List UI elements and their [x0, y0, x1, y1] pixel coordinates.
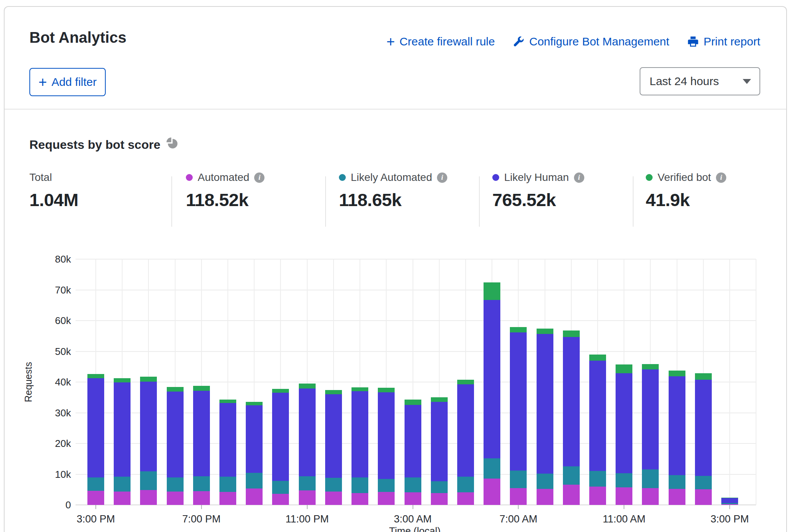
- bar-segment[interactable]: [669, 475, 685, 489]
- bar-segment[interactable]: [589, 361, 606, 471]
- bar-segment[interactable]: [563, 466, 580, 485]
- bar-segment[interactable]: [721, 498, 738, 503]
- bar-segment[interactable]: [140, 382, 157, 471]
- bar-segment[interactable]: [167, 392, 184, 477]
- bar-segment[interactable]: [167, 477, 184, 492]
- bar-segment[interactable]: [193, 491, 210, 505]
- bar-segment[interactable]: [246, 488, 263, 505]
- bar-segment[interactable]: [272, 389, 289, 393]
- bar-segment[interactable]: [721, 503, 738, 504]
- bar-segment[interactable]: [114, 477, 131, 492]
- bar-segment[interactable]: [378, 479, 395, 492]
- info-icon[interactable]: i: [716, 172, 726, 183]
- bar-segment[interactable]: [510, 332, 527, 471]
- bar-segment[interactable]: [537, 329, 553, 334]
- bar-segment[interactable]: [642, 488, 659, 505]
- bar-segment[interactable]: [616, 473, 632, 487]
- time-range-dropdown[interactable]: Last 24 hours: [640, 67, 760, 95]
- bar-segment[interactable]: [589, 355, 606, 361]
- bar-segment[interactable]: [325, 478, 342, 491]
- bar-segment[interactable]: [616, 487, 632, 505]
- bar-segment[interactable]: [484, 300, 500, 458]
- bar-segment[interactable]: [299, 389, 316, 476]
- bar-segment[interactable]: [484, 458, 500, 478]
- bar-segment[interactable]: [351, 477, 368, 493]
- bar-segment[interactable]: [642, 369, 659, 469]
- bar-segment[interactable]: [589, 471, 606, 486]
- bar-segment[interactable]: [325, 390, 342, 394]
- bar-segment[interactable]: [669, 489, 685, 505]
- bar-segment[interactable]: [721, 504, 738, 505]
- bar-segment[interactable]: [351, 493, 368, 505]
- bar-segment[interactable]: [510, 488, 527, 505]
- bar-segment[interactable]: [325, 394, 342, 478]
- bar-segment[interactable]: [193, 386, 210, 390]
- bar-segment[interactable]: [563, 330, 580, 337]
- bar-segment[interactable]: [405, 477, 421, 492]
- bar-segment[interactable]: [642, 469, 659, 488]
- bar-segment[interactable]: [87, 491, 104, 505]
- stacked-bar-chart[interactable]: 010k20k30k40k50k60k70k80k3:00 PM7:00 PM1…: [77, 259, 756, 505]
- bar-segment[interactable]: [193, 476, 210, 491]
- bar-segment[interactable]: [537, 474, 553, 489]
- bar-segment[interactable]: [87, 477, 104, 491]
- print-report-link[interactable]: Print report: [687, 35, 760, 48]
- bar-segment[interactable]: [431, 481, 448, 493]
- bar-segment[interactable]: [219, 477, 236, 492]
- bar-segment[interactable]: [219, 400, 236, 403]
- bar-segment[interactable]: [405, 492, 421, 505]
- bar-segment[interactable]: [616, 373, 632, 473]
- bar-segment[interactable]: [457, 477, 474, 492]
- bar-segment[interactable]: [563, 337, 580, 466]
- bar-segment[interactable]: [167, 492, 184, 505]
- bar-segment[interactable]: [299, 490, 316, 505]
- bar-segment[interactable]: [510, 471, 527, 488]
- info-icon[interactable]: i: [574, 172, 584, 183]
- bar-segment[interactable]: [431, 402, 448, 481]
- bar-segment[interactable]: [616, 364, 632, 373]
- bar-segment[interactable]: [537, 489, 553, 505]
- bar-segment[interactable]: [219, 403, 236, 477]
- bar-segment[interactable]: [537, 334, 553, 473]
- bar-segment[interactable]: [87, 374, 104, 378]
- bar-segment[interactable]: [431, 493, 448, 505]
- bar-segment[interactable]: [457, 492, 474, 505]
- bar-segment[interactable]: [510, 327, 527, 332]
- bar-segment[interactable]: [140, 377, 157, 382]
- bar-segment[interactable]: [114, 378, 131, 382]
- bar-segment[interactable]: [695, 489, 712, 505]
- bar-segment[interactable]: [351, 387, 368, 391]
- bar-segment[interactable]: [272, 481, 289, 494]
- info-icon[interactable]: i: [437, 172, 447, 183]
- bar-segment[interactable]: [272, 393, 289, 481]
- bar-segment[interactable]: [272, 494, 289, 505]
- bar-segment[interactable]: [378, 388, 395, 392]
- bar-segment[interactable]: [589, 487, 606, 505]
- bar-segment[interactable]: [457, 384, 474, 477]
- bar-segment[interactable]: [457, 380, 474, 384]
- bar-segment[interactable]: [167, 387, 184, 392]
- bar-segment[interactable]: [378, 392, 395, 479]
- bar-segment[interactable]: [721, 498, 738, 498]
- create-firewall-rule-link[interactable]: + Create firewall rule: [386, 35, 495, 48]
- bar-segment[interactable]: [140, 490, 157, 505]
- configure-bot-management-link[interactable]: Configure Bot Management: [513, 35, 669, 48]
- bar-segment[interactable]: [431, 397, 448, 401]
- bar-segment[interactable]: [351, 391, 368, 477]
- bar-segment[interactable]: [87, 378, 104, 477]
- bar-segment[interactable]: [669, 371, 685, 376]
- bar-segment[interactable]: [405, 400, 421, 405]
- bar-segment[interactable]: [695, 373, 712, 380]
- bar-segment[interactable]: [695, 380, 712, 476]
- bar-segment[interactable]: [246, 405, 263, 473]
- bar-segment[interactable]: [563, 485, 580, 505]
- info-icon[interactable]: i: [254, 172, 264, 183]
- bar-segment[interactable]: [114, 382, 131, 477]
- bar-segment[interactable]: [378, 492, 395, 505]
- bar-segment[interactable]: [325, 492, 342, 505]
- bar-segment[interactable]: [484, 479, 500, 505]
- bar-segment[interactable]: [140, 471, 157, 490]
- bar-segment[interactable]: [114, 492, 131, 505]
- bar-segment[interactable]: [193, 391, 210, 477]
- bar-segment[interactable]: [246, 402, 263, 405]
